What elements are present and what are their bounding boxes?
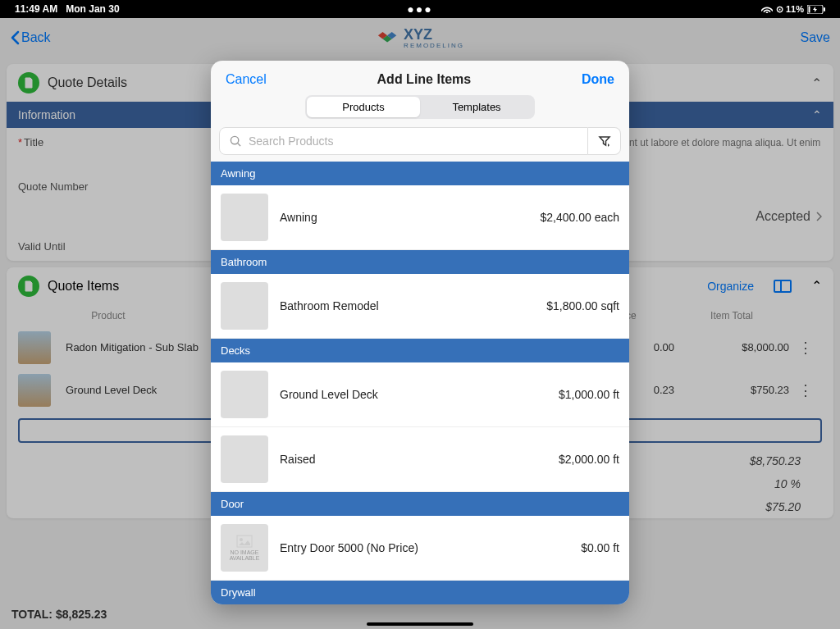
product-row[interactable]: NO IMAGE AVAILABLEEntry Door 5000 (No Pr… [211, 516, 629, 581]
product-name: Ground Level Deck [280, 388, 547, 401]
category-header: Decks [211, 339, 629, 362]
svg-point-6 [240, 538, 243, 541]
status-time: 11:49 AM [15, 3, 57, 15]
svg-rect-2 [824, 7, 825, 11]
wifi-icon [761, 5, 773, 13]
category-header: Bathroom [211, 250, 629, 274]
product-thumb [221, 282, 268, 330]
battery-icon [807, 5, 825, 14]
filter-icon [598, 134, 611, 148]
done-button[interactable]: Done [582, 72, 614, 87]
product-thumb [221, 371, 268, 418]
status-dots: ●●● [407, 2, 432, 16]
product-thumb [221, 194, 268, 241]
search-input[interactable] [249, 134, 578, 148]
search-icon [230, 135, 242, 148]
product-name: Entry Door 5000 (No Price) [280, 541, 569, 554]
svg-point-3 [231, 136, 238, 144]
filter-button[interactable] [588, 127, 621, 155]
product-row[interactable]: Bathroom Remodel$1,800.00 sqft [211, 274, 629, 339]
product-row[interactable]: Awning$2,400.00 each [211, 185, 629, 250]
tab-products[interactable]: Products [307, 97, 420, 117]
status-bar: 11:49 AM Mon Jan 30 ●●● ⊙ 11% [0, 0, 840, 18]
category-header: Awning [211, 162, 629, 185]
product-thumb [221, 435, 268, 483]
product-name: Raised [280, 453, 547, 466]
modal-title: Add Line Items [377, 72, 472, 87]
product-row[interactable]: Ground Level Deck$1,000.00 ft [211, 362, 629, 427]
category-header: Door [211, 492, 629, 516]
status-right: ⊙ 11% [761, 4, 825, 15]
status-date: Mon Jan 30 [66, 3, 119, 15]
product-name: Awning [280, 211, 528, 224]
product-row[interactable]: Raised$2,000.00 ft [211, 427, 629, 492]
tab-templates[interactable]: Templates [420, 97, 533, 117]
product-price: $1,800.00 sqft [546, 299, 619, 312]
product-price: $2,400.00 each [540, 211, 619, 224]
product-thumb: NO IMAGE AVAILABLE [221, 524, 268, 572]
product-price: $0.00 ft [581, 541, 619, 554]
product-name: Bathroom Remodel [280, 299, 535, 312]
svg-rect-1 [809, 6, 810, 12]
product-price: $1,000.00 ft [559, 388, 619, 401]
tab-segment: Products Templates [305, 95, 535, 119]
cancel-button[interactable]: Cancel [226, 72, 267, 87]
svg-line-4 [238, 143, 240, 145]
category-header: Drywall [211, 581, 629, 604]
modal-overlay: Cancel Add Line Items Done Products Temp… [0, 18, 840, 629]
battery-pct: ⊙ 11% [776, 4, 804, 15]
product-price: $2,000.00 ft [559, 453, 619, 466]
add-line-items-modal: Cancel Add Line Items Done Products Temp… [211, 61, 629, 604]
search-box[interactable] [219, 127, 588, 155]
